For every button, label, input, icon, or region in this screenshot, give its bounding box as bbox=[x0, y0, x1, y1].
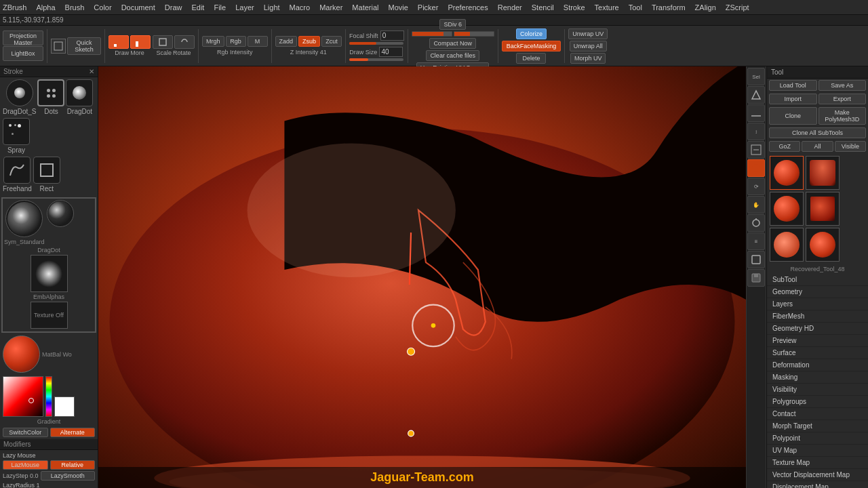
geometry-item[interactable]: Geometry bbox=[767, 286, 868, 298]
visible-button[interactable]: Visible bbox=[835, 141, 866, 152]
tattoo-icon[interactable] bbox=[747, 251, 765, 268]
polypoint-item[interactable]: Polypoint bbox=[767, 432, 868, 445]
alternate-button[interactable]: Alternate bbox=[50, 428, 96, 437]
lightbox-button[interactable]: LightBox bbox=[3, 46, 43, 61]
menu-layer[interactable]: Layer bbox=[231, 2, 258, 13]
preview-item[interactable]: Preview bbox=[767, 335, 868, 347]
menu-transform[interactable]: Transform bbox=[648, 2, 690, 13]
sdiv-button[interactable]: SDiv 6 bbox=[439, 19, 466, 30]
menu-light[interactable]: Light bbox=[260, 2, 284, 13]
menu-stencil[interactable]: Stencil bbox=[528, 2, 558, 13]
tool-thumb-recovered[interactable] bbox=[770, 156, 804, 190]
menu-zscript[interactable]: ZScript bbox=[722, 2, 753, 13]
dragdot-s-brush[interactable] bbox=[6, 79, 33, 106]
colorize-button[interactable]: Colorize bbox=[516, 28, 547, 39]
export-tool-button[interactable]: Export bbox=[818, 94, 867, 104]
menu-edit[interactable]: Edit bbox=[187, 2, 208, 13]
menu-picker[interactable]: Picker bbox=[414, 2, 443, 13]
fibermesh-item[interactable]: FiberMesh bbox=[767, 310, 868, 323]
material-ball[interactable] bbox=[3, 336, 40, 373]
draw-button[interactable] bbox=[108, 35, 129, 49]
lines-icon[interactable]: ≡ bbox=[747, 232, 765, 250]
all-button[interactable]: All bbox=[802, 141, 833, 152]
unwrap-all-button[interactable]: Unwrap All bbox=[570, 41, 607, 52]
menu-render[interactable]: Render bbox=[494, 2, 526, 13]
morph-uv-button[interactable]: Morph UV bbox=[570, 53, 606, 64]
texture-map-item[interactable]: Texture Map bbox=[767, 457, 868, 469]
geometryhd-item[interactable]: Geometry HD bbox=[767, 323, 868, 335]
save-icon[interactable] bbox=[747, 269, 765, 287]
menu-marker[interactable]: Marker bbox=[315, 2, 347, 13]
menu-material[interactable]: Material bbox=[348, 2, 382, 13]
texture-preview[interactable]: Texture Off bbox=[31, 302, 68, 329]
draw-size-input[interactable] bbox=[379, 47, 403, 57]
rotate-icon[interactable]: ⟳ bbox=[747, 178, 765, 195]
hand-icon[interactable]: ✋ bbox=[747, 196, 765, 214]
menu-draw[interactable]: Draw bbox=[161, 2, 186, 13]
spray-brush[interactable] bbox=[3, 118, 30, 145]
menu-alpha[interactable]: Alpha bbox=[32, 2, 59, 13]
mrgh-button[interactable]: Mrgh bbox=[202, 36, 224, 47]
surface-item[interactable]: Surface bbox=[767, 347, 868, 359]
morph-target-item[interactable]: Morph Target bbox=[767, 420, 868, 432]
brush-main-preview[interactable] bbox=[5, 200, 43, 237]
rect-brush[interactable] bbox=[33, 157, 60, 184]
quick-sketch-button[interactable]: Quick Sketch bbox=[67, 37, 101, 55]
menu-document[interactable]: Document bbox=[117, 2, 159, 13]
viewport[interactable]: Jaguar-Team.com bbox=[98, 66, 746, 488]
tool-thumb-cylinder[interactable] bbox=[806, 156, 840, 190]
zsub-button[interactable]: Zsub bbox=[298, 36, 320, 47]
menu-brush[interactable]: Brush bbox=[61, 2, 89, 13]
tool-header[interactable]: Tool bbox=[767, 66, 868, 79]
compact-now-button[interactable]: Compact Now bbox=[429, 38, 476, 49]
roll-icon[interactable] bbox=[747, 214, 765, 232]
projection-master-button[interactable]: Projection Master bbox=[3, 30, 43, 45]
rotate-button[interactable] bbox=[174, 35, 195, 49]
import-tool-button[interactable]: Import bbox=[769, 94, 817, 104]
goz-button[interactable]: GoZ bbox=[769, 141, 800, 152]
load-tool-button[interactable]: Load Tool bbox=[769, 80, 817, 91]
rgb-button[interactable]: Rgb bbox=[226, 36, 246, 47]
backface-button[interactable]: BackFaceMasking bbox=[502, 41, 561, 52]
scale-button[interactable] bbox=[153, 35, 173, 49]
color-hue-strip[interactable] bbox=[45, 376, 52, 417]
polygroups-item[interactable]: Polygroups bbox=[767, 396, 868, 408]
alpha-preview[interactable] bbox=[31, 255, 68, 292]
stroke-header[interactable]: Stroke ✕ bbox=[0, 66, 98, 77]
menu-file[interactable]: File bbox=[210, 2, 230, 13]
tool-thumb-snakebrush[interactable] bbox=[770, 228, 804, 262]
visibility-item[interactable]: Visibility bbox=[767, 384, 868, 396]
vector-disp-item[interactable]: Vector Displacement Map bbox=[767, 469, 868, 481]
displacement-map-item[interactable]: Displacement Map bbox=[767, 481, 868, 488]
focal-shift-input[interactable] bbox=[380, 30, 404, 41]
menu-preferences[interactable]: Preferences bbox=[443, 2, 492, 13]
clone-tool-button[interactable]: Clone bbox=[769, 107, 817, 125]
contact-item[interactable]: Contact bbox=[767, 408, 868, 420]
resize-icon[interactable]: ↕ bbox=[747, 123, 765, 140]
freehand-brush[interactable] bbox=[3, 157, 31, 184]
modifiers-header[interactable]: Modifiers bbox=[0, 439, 98, 450]
menu-tool[interactable]: Tool bbox=[625, 2, 646, 13]
tool-thumb-polymesh[interactable] bbox=[806, 192, 840, 226]
deformation-item[interactable]: Deformation bbox=[767, 359, 868, 371]
zadd-button[interactable]: Zadd bbox=[275, 36, 298, 47]
m-button[interactable]: M bbox=[248, 36, 268, 47]
subtool-item[interactable]: SubTool bbox=[767, 274, 868, 286]
menu-zalign[interactable]: ZAlign bbox=[691, 2, 720, 13]
active-mode-icon[interactable] bbox=[747, 159, 765, 177]
make-poly-button[interactable]: Make PolyMesh3D bbox=[818, 107, 867, 125]
brush-secondary-preview[interactable] bbox=[47, 200, 74, 227]
floor-icon[interactable] bbox=[747, 104, 765, 122]
menu-texture[interactable]: Texture bbox=[591, 2, 623, 13]
sel-icon[interactable]: Sel bbox=[747, 68, 765, 85]
persp-icon[interactable] bbox=[747, 86, 765, 104]
color-swatch[interactable] bbox=[54, 396, 75, 417]
menu-macro[interactable]: Macro bbox=[285, 2, 315, 13]
unwrap-button[interactable]: Unwrap UV bbox=[568, 28, 608, 39]
menu-stroke[interactable]: Stroke bbox=[559, 2, 589, 13]
layers-item[interactable]: Layers bbox=[767, 298, 868, 310]
clone-all-button[interactable]: Clone All SubTools bbox=[769, 127, 866, 138]
clear-cache-button[interactable]: Clear cache files bbox=[426, 50, 479, 61]
delete-button[interactable]: Delete bbox=[516, 53, 546, 64]
dots-brush[interactable] bbox=[37, 79, 64, 106]
